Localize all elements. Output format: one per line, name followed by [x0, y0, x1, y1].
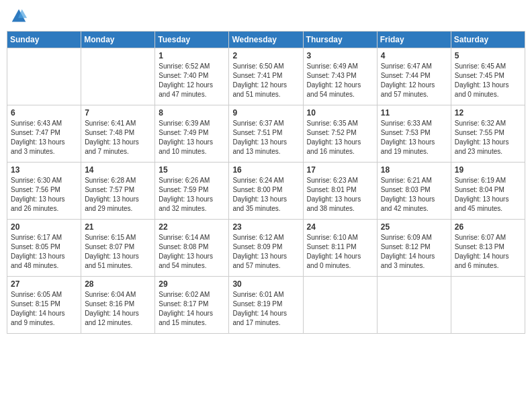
calendar-cell: 19Sunrise: 6:19 AM Sunset: 8:04 PM Dayli… — [451, 163, 525, 220]
calendar-cell: 18Sunrise: 6:21 AM Sunset: 8:03 PM Dayli… — [377, 163, 451, 220]
day-number: 3 — [307, 51, 373, 60]
day-info: Sunrise: 6:21 AM Sunset: 8:03 PM Dayligh… — [381, 176, 447, 214]
day-info: Sunrise: 6:39 AM Sunset: 7:49 PM Dayligh… — [159, 119, 225, 156]
day-number: 8 — [159, 108, 225, 118]
day-header-monday: Monday — [81, 32, 155, 48]
day-number: 5 — [455, 51, 521, 60]
calendar-cell: 28Sunrise: 6:04 AM Sunset: 8:16 PM Dayli… — [81, 277, 155, 334]
day-header-sunday: Sunday — [7, 32, 81, 48]
day-info: Sunrise: 6:17 AM Sunset: 8:05 PM Dayligh… — [11, 233, 77, 271]
day-info: Sunrise: 6:14 AM Sunset: 8:08 PM Dayligh… — [159, 233, 225, 271]
day-number: 9 — [232, 108, 299, 118]
day-number: 12 — [455, 108, 521, 118]
day-info: Sunrise: 6:26 AM Sunset: 7:59 PM Dayligh… — [159, 176, 225, 214]
day-number: 13 — [11, 165, 77, 175]
day-number: 18 — [381, 165, 447, 175]
day-number: 26 — [455, 222, 521, 232]
day-number: 28 — [85, 279, 151, 289]
day-info: Sunrise: 6:15 AM Sunset: 8:07 PM Dayligh… — [85, 233, 151, 271]
header-row: SundayMondayTuesdayWednesdayThursdayFrid… — [7, 32, 525, 48]
logo — [9, 7, 30, 26]
day-header-tuesday: Tuesday — [155, 32, 229, 48]
calendar-cell: 21Sunrise: 6:15 AM Sunset: 8:07 PM Dayli… — [81, 220, 155, 277]
day-info: Sunrise: 6:41 AM Sunset: 7:48 PM Dayligh… — [85, 119, 151, 156]
day-info: Sunrise: 6:30 AM Sunset: 7:56 PM Dayligh… — [11, 176, 77, 214]
day-number: 17 — [307, 165, 373, 175]
page-header — [7, 7, 525, 26]
day-info: Sunrise: 6:43 AM Sunset: 7:47 PM Dayligh… — [11, 119, 77, 156]
calendar-cell — [303, 277, 377, 334]
day-number: 30 — [232, 279, 299, 289]
day-info: Sunrise: 6:07 AM Sunset: 8:13 PM Dayligh… — [455, 233, 521, 271]
day-info: Sunrise: 6:47 AM Sunset: 7:44 PM Dayligh… — [381, 62, 447, 99]
day-number: 22 — [159, 222, 225, 232]
day-number: 4 — [381, 51, 447, 60]
calendar-cell: 14Sunrise: 6:28 AM Sunset: 7:57 PM Dayli… — [81, 163, 155, 220]
day-number: 29 — [159, 279, 225, 289]
day-info: Sunrise: 6:32 AM Sunset: 7:55 PM Dayligh… — [455, 119, 521, 156]
calendar-cell: 16Sunrise: 6:24 AM Sunset: 8:00 PM Dayli… — [229, 163, 303, 220]
day-info: Sunrise: 6:12 AM Sunset: 8:09 PM Dayligh… — [232, 233, 299, 271]
day-info: Sunrise: 6:52 AM Sunset: 7:40 PM Dayligh… — [159, 62, 225, 99]
calendar-cell: 4Sunrise: 6:47 AM Sunset: 7:44 PM Daylig… — [377, 48, 451, 105]
day-header-friday: Friday — [377, 32, 451, 48]
calendar-cell: 15Sunrise: 6:26 AM Sunset: 7:59 PM Dayli… — [155, 163, 229, 220]
logo-icon — [9, 7, 28, 26]
day-info: Sunrise: 6:19 AM Sunset: 8:04 PM Dayligh… — [455, 176, 521, 214]
day-info: Sunrise: 6:05 AM Sunset: 8:15 PM Dayligh… — [11, 290, 77, 328]
day-number: 25 — [381, 222, 447, 232]
calendar-cell: 30Sunrise: 6:01 AM Sunset: 8:19 PM Dayli… — [229, 277, 303, 334]
calendar-cell: 25Sunrise: 6:09 AM Sunset: 8:12 PM Dayli… — [377, 220, 451, 277]
week-row-1: 1Sunrise: 6:52 AM Sunset: 7:40 PM Daylig… — [7, 48, 525, 105]
day-info: Sunrise: 6:10 AM Sunset: 8:11 PM Dayligh… — [307, 233, 373, 271]
day-number: 21 — [85, 222, 151, 232]
day-number: 15 — [159, 165, 225, 175]
day-number: 14 — [85, 165, 151, 175]
week-row-3: 13Sunrise: 6:30 AM Sunset: 7:56 PM Dayli… — [7, 163, 525, 220]
calendar-cell: 23Sunrise: 6:12 AM Sunset: 8:09 PM Dayli… — [229, 220, 303, 277]
day-number: 27 — [11, 279, 77, 289]
week-row-2: 6Sunrise: 6:43 AM Sunset: 7:47 PM Daylig… — [7, 105, 525, 163]
day-number: 20 — [11, 222, 77, 232]
calendar-cell: 7Sunrise: 6:41 AM Sunset: 7:48 PM Daylig… — [81, 105, 155, 163]
day-header-wednesday: Wednesday — [229, 32, 303, 48]
calendar-cell — [81, 48, 155, 105]
calendar-cell: 9Sunrise: 6:37 AM Sunset: 7:51 PM Daylig… — [229, 105, 303, 163]
day-number: 23 — [232, 222, 299, 232]
day-info: Sunrise: 6:35 AM Sunset: 7:52 PM Dayligh… — [307, 119, 373, 156]
day-header-thursday: Thursday — [303, 32, 377, 48]
calendar-cell: 11Sunrise: 6:33 AM Sunset: 7:53 PM Dayli… — [377, 105, 451, 163]
day-number: 7 — [85, 108, 151, 118]
calendar-cell: 1Sunrise: 6:52 AM Sunset: 7:40 PM Daylig… — [155, 48, 229, 105]
calendar-cell: 12Sunrise: 6:32 AM Sunset: 7:55 PM Dayli… — [451, 105, 525, 163]
calendar-cell: 10Sunrise: 6:35 AM Sunset: 7:52 PM Dayli… — [303, 105, 377, 163]
day-number: 2 — [232, 51, 299, 60]
calendar-cell: 26Sunrise: 6:07 AM Sunset: 8:13 PM Dayli… — [451, 220, 525, 277]
day-number: 10 — [307, 108, 373, 118]
day-number: 11 — [381, 108, 447, 118]
calendar-cell: 20Sunrise: 6:17 AM Sunset: 8:05 PM Dayli… — [7, 220, 81, 277]
day-info: Sunrise: 6:04 AM Sunset: 8:16 PM Dayligh… — [85, 290, 151, 328]
day-info: Sunrise: 6:02 AM Sunset: 8:17 PM Dayligh… — [159, 290, 225, 328]
calendar-cell: 27Sunrise: 6:05 AM Sunset: 8:15 PM Dayli… — [7, 277, 81, 334]
day-info: Sunrise: 6:23 AM Sunset: 8:01 PM Dayligh… — [307, 176, 373, 214]
calendar-cell: 3Sunrise: 6:49 AM Sunset: 7:43 PM Daylig… — [303, 48, 377, 105]
day-header-saturday: Saturday — [451, 32, 525, 48]
day-number: 24 — [307, 222, 373, 232]
day-info: Sunrise: 6:49 AM Sunset: 7:43 PM Dayligh… — [307, 62, 373, 99]
calendar-cell: 17Sunrise: 6:23 AM Sunset: 8:01 PM Dayli… — [303, 163, 377, 220]
calendar-cell — [451, 277, 525, 334]
calendar-cell: 22Sunrise: 6:14 AM Sunset: 8:08 PM Dayli… — [155, 220, 229, 277]
day-info: Sunrise: 6:09 AM Sunset: 8:12 PM Dayligh… — [381, 233, 447, 271]
week-row-5: 27Sunrise: 6:05 AM Sunset: 8:15 PM Dayli… — [7, 277, 525, 334]
week-row-4: 20Sunrise: 6:17 AM Sunset: 8:05 PM Dayli… — [7, 220, 525, 277]
day-info: Sunrise: 6:37 AM Sunset: 7:51 PM Dayligh… — [232, 119, 299, 156]
day-info: Sunrise: 6:01 AM Sunset: 8:19 PM Dayligh… — [232, 290, 299, 328]
calendar-table: SundayMondayTuesdayWednesdayThursdayFrid… — [7, 31, 525, 334]
day-number: 6 — [11, 108, 77, 118]
calendar-cell: 13Sunrise: 6:30 AM Sunset: 7:56 PM Dayli… — [7, 163, 81, 220]
calendar-cell — [377, 277, 451, 334]
calendar-cell: 8Sunrise: 6:39 AM Sunset: 7:49 PM Daylig… — [155, 105, 229, 163]
day-info: Sunrise: 6:28 AM Sunset: 7:57 PM Dayligh… — [85, 176, 151, 214]
calendar-cell: 29Sunrise: 6:02 AM Sunset: 8:17 PM Dayli… — [155, 277, 229, 334]
